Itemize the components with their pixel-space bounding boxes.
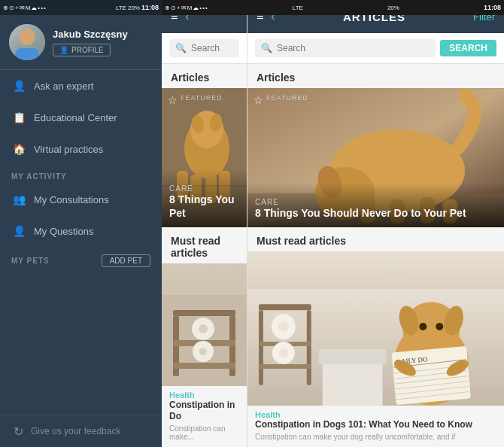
left-article-card[interactable]: ☆ FEATURED CARE 8 Things You Pet bbox=[162, 88, 247, 227]
right-must-read-desc: Constipation can make your dog really un… bbox=[255, 433, 496, 441]
svg-point-17 bbox=[199, 324, 208, 333]
time-right: 11:08 bbox=[484, 4, 501, 11]
status-bar: ⊕⊙+✉M☁••• LTE 20% 11:08 ⊕⊙+✉M☁••• LTE 20… bbox=[0, 0, 504, 15]
featured-star-left[interactable]: ☆ bbox=[168, 94, 178, 106]
featured-label-left: FEATURED bbox=[181, 94, 223, 102]
sidebar-item-educational-center[interactable]: 📋 Educational Center bbox=[0, 102, 162, 133]
book-icon: 📋 bbox=[11, 110, 26, 125]
right-must-read-bottom: Health Constipation in Dogs 101: What Yo… bbox=[247, 406, 504, 447]
signal-right: LTE bbox=[293, 5, 303, 11]
svg-rect-33 bbox=[259, 310, 263, 385]
svg-rect-31 bbox=[319, 349, 387, 364]
house-icon: 🏠 bbox=[11, 141, 26, 157]
search-button-right[interactable]: SEARCH bbox=[440, 40, 496, 56]
left-search-bar: 🔍 bbox=[162, 33, 247, 64]
svg-point-45 bbox=[419, 323, 427, 330]
consultations-icon: 👥 bbox=[11, 192, 26, 207]
right-must-read-title: Constipation in Dogs 101: What You Need … bbox=[255, 419, 496, 431]
right-card-title: 8 Things You Should Never Do to Your Pet bbox=[255, 206, 496, 220]
right-article-card[interactable]: ☆ FEATURED CARE 8 Things You Should Neve… bbox=[247, 88, 504, 227]
left-card-title: 8 Things You Pet bbox=[169, 193, 239, 220]
left-must-read-card[interactable]: Health Constipation in Do Constipation c… bbox=[162, 263, 247, 447]
feedback-row[interactable]: ↻ Give us your feedback bbox=[0, 415, 162, 447]
sidebar-item-ask-expert[interactable]: 👤 Ask an expert bbox=[0, 70, 162, 102]
svg-rect-34 bbox=[307, 310, 311, 385]
profile-section: Jakub Szczęsny 👤 PROFILE bbox=[0, 15, 162, 70]
right-must-read-section: Must read articles bbox=[247, 227, 504, 447]
search-icon-left: 🔍 bbox=[175, 43, 187, 53]
svg-rect-36 bbox=[259, 364, 311, 369]
status-bar-left: ⊕⊙+✉M☁••• LTE 20% 11:08 bbox=[0, 0, 162, 15]
svg-point-46 bbox=[436, 323, 443, 330]
left-must-read-desc: Constipation can make... bbox=[169, 424, 239, 441]
right-must-read-card[interactable]: DAILY DO bbox=[247, 251, 504, 447]
questions-icon: 👤 bbox=[11, 224, 26, 239]
sidebar: Jakub Szczęsny 👤 PROFILE 👤 Ask an expert… bbox=[0, 0, 162, 447]
right-card-category: CARE bbox=[255, 198, 496, 206]
refresh-icon: ↻ bbox=[11, 424, 25, 438]
left-articles-heading: Articles bbox=[162, 64, 247, 88]
left-must-read-heading: Must read articles bbox=[162, 227, 247, 263]
right-articles-heading: Articles bbox=[247, 64, 504, 88]
svg-rect-15 bbox=[173, 363, 235, 369]
svg-point-38 bbox=[278, 321, 289, 332]
featured-label-right: FEATURED bbox=[266, 94, 308, 102]
signal-left: LTE bbox=[116, 5, 126, 11]
sidebar-item-my-consultations[interactable]: 👥 My Consultations bbox=[0, 184, 162, 215]
add-pet-button[interactable]: ADD PET bbox=[102, 254, 150, 267]
right-article-panel: ≡ ‹ ARTICLES Filter 🔍 SEARCH Articles bbox=[247, 0, 504, 447]
sidebar-item-my-questions[interactable]: 👤 My Questions bbox=[0, 215, 162, 247]
search-icon-right: 🔍 bbox=[261, 43, 272, 53]
my-pets-label: MY PETS bbox=[11, 257, 50, 265]
left-card-category: CARE bbox=[169, 184, 239, 193]
featured-star-right[interactable]: ☆ bbox=[254, 94, 263, 106]
person-icon: 👤 bbox=[11, 78, 26, 93]
right-must-read-heading: Must read articles bbox=[247, 227, 504, 251]
status-icons-left: ⊕⊙+✉M☁••• bbox=[3, 5, 47, 11]
status-bar-right: ⊕⊙+✉M☁••• LTE 20% 11:08 bbox=[162, 0, 504, 15]
search-input-right[interactable] bbox=[277, 43, 430, 53]
right-must-read-category: Health bbox=[255, 410, 496, 419]
left-must-read-category: Health bbox=[169, 391, 239, 400]
left-article-panel: ≡ ‹ 🔍 Articles bbox=[162, 0, 247, 447]
avatar bbox=[9, 24, 45, 60]
svg-rect-30 bbox=[323, 357, 383, 409]
left-must-read-section: Must read articles bbox=[162, 227, 247, 447]
right-search-bar: 🔍 SEARCH bbox=[247, 33, 504, 64]
svg-point-19 bbox=[199, 348, 207, 355]
left-must-read-bottom: Health Constipation in Do Constipation c… bbox=[162, 386, 247, 447]
profile-button[interactable]: 👤 PROFILE bbox=[53, 44, 111, 56]
search-input-left[interactable] bbox=[191, 43, 247, 53]
svg-rect-11 bbox=[173, 310, 235, 316]
profile-info: Jakub Szczęsny 👤 PROFILE bbox=[53, 29, 153, 56]
right-panel-content: Articles bbox=[247, 64, 504, 447]
my-activity-label: MY ACTIVITY bbox=[0, 165, 162, 184]
svg-rect-32 bbox=[259, 304, 311, 310]
battery-right: 20% bbox=[387, 5, 399, 11]
svg-point-40 bbox=[279, 348, 288, 357]
person-icon: 👤 bbox=[59, 46, 68, 54]
my-pets-section: MY PETS ADD PET bbox=[0, 247, 162, 270]
status-icons-right: ⊕⊙+✉M☁••• bbox=[165, 5, 208, 11]
sidebar-item-virtual-practices[interactable]: 🏠 Virtual practices bbox=[0, 133, 162, 165]
left-must-read-title: Constipation in Do bbox=[169, 400, 239, 423]
right-panels: ≡ ‹ 🔍 Articles bbox=[162, 0, 504, 447]
profile-name: Jakub Szczęsny bbox=[53, 29, 153, 40]
battery-left: 20% bbox=[128, 5, 140, 11]
left-panel-content: Articles bbox=[162, 64, 247, 447]
time-left: 11:08 bbox=[141, 4, 159, 11]
